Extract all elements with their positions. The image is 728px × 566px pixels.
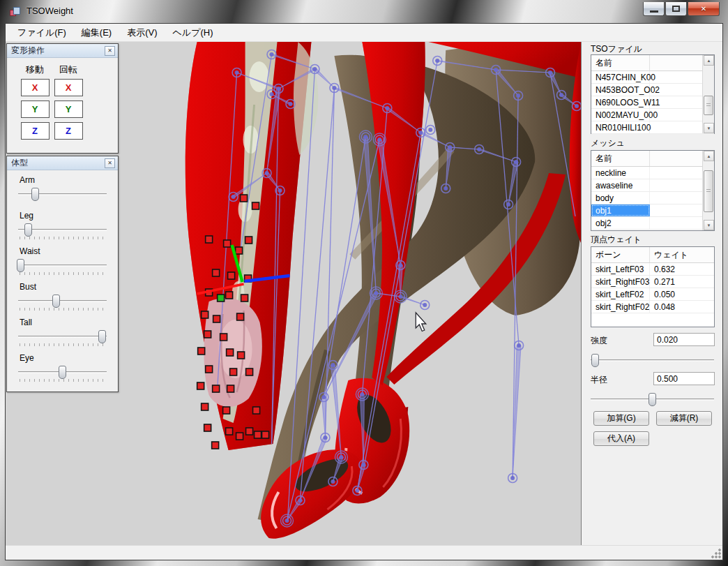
vertex-weight-label: 頂点ウェイト bbox=[591, 234, 642, 246]
strength-label: 強度 bbox=[591, 335, 607, 347]
client-area: ファイル(F) 編集(E) 表示(V) ヘルプ(H) bbox=[5, 23, 723, 560]
tso-file-list: 名前 N457CHIN_K00 N453BOOT_O02 N690LOOS_W1… bbox=[591, 54, 715, 134]
mesh-row[interactable]: neckline bbox=[591, 167, 714, 179]
tall-slider[interactable] bbox=[18, 330, 107, 347]
body-shape-panel-titlebar[interactable]: 体型 ✕ bbox=[7, 156, 118, 170]
eye-slider[interactable] bbox=[18, 366, 107, 382]
mesh-row[interactable]: obj2 bbox=[591, 217, 714, 230]
menu-file[interactable]: ファイル(F) bbox=[10, 24, 74, 42]
vertex-weight-table: ボーン ウェイト skirt_LeftF030.632 skirt_RightF… bbox=[591, 246, 715, 327]
strength-input[interactable] bbox=[653, 333, 715, 346]
active-vertex bbox=[218, 295, 225, 301]
scroll-thumb[interactable] bbox=[704, 96, 713, 115]
eye-label: Eye bbox=[20, 353, 34, 363]
menu-edit[interactable]: 編集(E) bbox=[74, 24, 119, 42]
title-bar[interactable]: TSOWeight ✕ bbox=[0, 0, 728, 23]
arm-label: Arm bbox=[20, 175, 35, 185]
minimize-button[interactable] bbox=[643, 2, 665, 16]
tso-file-row[interactable]: NR010HILI100 bbox=[591, 121, 714, 134]
close-icon: ✕ bbox=[701, 5, 706, 13]
weight-row[interactable]: skirt_LeftF030.632 bbox=[591, 263, 714, 276]
rotate-group-label: 回転 bbox=[52, 64, 84, 76]
scroll-thumb[interactable] bbox=[704, 170, 713, 212]
tso-file-row[interactable]: N002MAYU_000 bbox=[591, 109, 714, 121]
waist-label: Waist bbox=[20, 246, 40, 256]
waist-slider[interactable] bbox=[18, 259, 107, 276]
minimize-icon bbox=[650, 10, 658, 13]
mesh-label: メッシュ bbox=[591, 137, 625, 149]
tso-file-row[interactable]: N453BOOT_O02 bbox=[591, 84, 714, 96]
close-button[interactable]: ✕ bbox=[688, 2, 720, 16]
transform-panel: 変形操作 ✕ 移動 X Y Z 回転 X Y Z bbox=[6, 43, 119, 154]
menu-view[interactable]: 表示(V) bbox=[119, 24, 165, 42]
leg-slider[interactable] bbox=[18, 223, 107, 240]
rotate-z-button[interactable]: Z bbox=[54, 122, 83, 140]
radius-slider[interactable] bbox=[589, 392, 715, 408]
weight-column-header[interactable]: ウェイト bbox=[650, 249, 688, 261]
maximize-button[interactable] bbox=[665, 2, 687, 16]
weight-row[interactable]: skirt_LeftF020.050 bbox=[591, 288, 714, 301]
bust-slider[interactable] bbox=[18, 295, 107, 311]
status-bar bbox=[6, 545, 722, 560]
mesh-row[interactable]: body bbox=[591, 192, 714, 204]
mesh-list: 名前 neckline awaseline body obj1 obj2 ▲ ▼ bbox=[591, 150, 715, 231]
app-window: TSOWeight ✕ ファイル(F) 編集(E) 表示(V) ヘルプ(H) bbox=[0, 0, 728, 566]
scroll-down-icon[interactable]: ▼ bbox=[704, 123, 714, 133]
tso-files-label: TSOファイル bbox=[591, 43, 642, 55]
bone-column-header[interactable]: ボーン bbox=[591, 247, 650, 262]
body-shape-panel-title: 体型 bbox=[11, 157, 28, 169]
body-shape-panel: 体型 ✕ Arm Leg Waist Bust bbox=[6, 156, 119, 392]
rotate-y-button[interactable]: Y bbox=[54, 100, 83, 118]
move-x-button[interactable]: X bbox=[21, 79, 50, 96]
subtract-button[interactable]: 減算(R) bbox=[656, 411, 712, 426]
tso-file-row[interactable]: N690LOOS_W11 bbox=[591, 96, 714, 109]
leg-label: Leg bbox=[20, 211, 33, 221]
transform-panel-titlebar[interactable]: 変形操作 ✕ bbox=[7, 44, 118, 58]
mesh-row[interactable]: awaseline bbox=[591, 179, 714, 192]
strength-slider[interactable] bbox=[589, 352, 715, 369]
tso-list-scrollbar[interactable]: ▲ ▼ bbox=[702, 55, 714, 133]
mesh-list-header[interactable]: 名前 bbox=[591, 151, 650, 166]
bust-label: Bust bbox=[20, 282, 36, 292]
move-y-button[interactable]: Y bbox=[21, 100, 50, 118]
window-title: TSOWeight bbox=[26, 6, 73, 16]
radius-label: 半径 bbox=[591, 374, 607, 386]
rotate-x-button[interactable]: X bbox=[54, 79, 83, 96]
arm-slider[interactable] bbox=[18, 188, 107, 204]
app-icon bbox=[10, 6, 21, 17]
body-shape-panel-close-icon[interactable]: ✕ bbox=[105, 158, 115, 168]
move-group-label: 移動 bbox=[19, 64, 51, 76]
transform-panel-title: 変形操作 bbox=[11, 45, 45, 57]
radius-input[interactable] bbox=[653, 372, 715, 385]
scroll-up-icon[interactable]: ▲ bbox=[704, 151, 714, 161]
tall-label: Tall bbox=[20, 318, 32, 327]
resize-grip-icon[interactable] bbox=[711, 549, 721, 558]
tso-list-header[interactable]: 名前 bbox=[591, 55, 650, 70]
menu-bar: ファイル(F) 編集(E) 表示(V) ヘルプ(H) bbox=[6, 24, 722, 42]
weight-row[interactable]: skirt_RightF020.048 bbox=[591, 301, 714, 313]
transform-panel-close-icon[interactable]: ✕ bbox=[105, 46, 115, 56]
scroll-up-icon[interactable]: ▲ bbox=[704, 55, 714, 66]
right-panel: TSOファイル 名前 N457CHIN_K00 N453BOOT_O02 N69… bbox=[582, 42, 722, 545]
weight-row[interactable]: skirt_RightF030.271 bbox=[591, 276, 714, 288]
menu-help[interactable]: ヘルプ(H) bbox=[165, 24, 221, 42]
maximize-icon bbox=[672, 6, 680, 12]
tso-file-row[interactable]: N457CHIN_K00 bbox=[591, 71, 714, 84]
scroll-down-icon[interactable]: ▼ bbox=[704, 220, 714, 230]
move-z-button[interactable]: Z bbox=[21, 122, 50, 140]
assign-button[interactable]: 代入(A) bbox=[593, 431, 649, 446]
mesh-row-selected[interactable]: obj1 bbox=[591, 204, 714, 217]
add-button[interactable]: 加算(G) bbox=[593, 411, 649, 426]
mesh-list-scrollbar[interactable]: ▲ ▼ bbox=[702, 151, 714, 230]
